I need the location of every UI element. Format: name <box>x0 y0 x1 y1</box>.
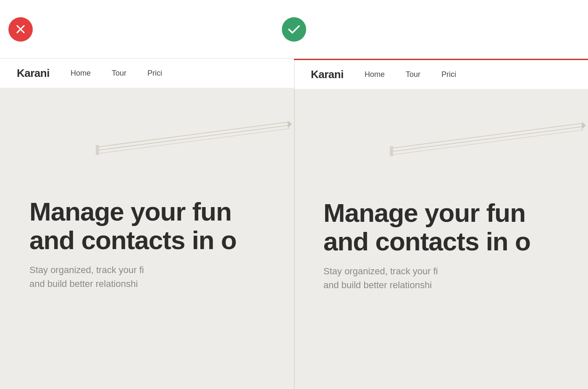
right-hero-title: Manage your funand contacts in o <box>323 199 559 256</box>
checkmark-icon <box>288 25 300 34</box>
svg-line-1 <box>97 125 290 150</box>
left-nav-pricing[interactable]: Prici <box>147 69 162 78</box>
right-nav-home[interactable]: Home <box>365 70 385 79</box>
right-panel-content: Karani Home Tour Prici Manage your funan… <box>294 60 588 389</box>
right-hero-subtitle: Stay organized, track your fiand build b… <box>323 264 559 292</box>
svg-line-6 <box>391 126 584 152</box>
right-navbar: Karani Home Tour Prici <box>294 60 588 89</box>
panel-divider <box>294 59 295 389</box>
right-panel: Karani Home Tour Prici Manage your funan… <box>294 59 588 389</box>
left-hero-title: Manage your funand contacts in o <box>29 197 265 255</box>
svg-rect-9 <box>390 146 393 156</box>
left-panel-content: Karani Home Tour Prici Manage your funan… <box>0 59 294 389</box>
left-nav-tour[interactable]: Tour <box>112 69 126 78</box>
svg-rect-4 <box>96 145 99 155</box>
left-navbar: Karani Home Tour Prici <box>0 59 294 88</box>
svg-line-5 <box>391 123 584 148</box>
right-hero: Manage your funand contacts in o Stay or… <box>294 89 588 389</box>
right-pencil-graphic <box>386 110 588 161</box>
right-nav-tour[interactable]: Tour <box>406 70 420 79</box>
comparison-bar <box>0 0 588 59</box>
left-pencil-graphic <box>92 109 294 160</box>
left-hero: Manage your funand contacts in o Stay or… <box>0 88 294 389</box>
left-brand: Karani <box>17 67 50 80</box>
svg-line-7 <box>391 130 584 155</box>
comparison-area: Karani Home Tour Prici Manage your funan… <box>0 59 588 389</box>
accept-button[interactable] <box>282 17 306 42</box>
svg-line-2 <box>97 129 290 154</box>
svg-line-0 <box>97 122 290 147</box>
left-hero-subtitle: Stay organized, track your fiand build b… <box>29 263 265 291</box>
left-nav-home[interactable]: Home <box>71 69 91 78</box>
right-nav-pricing[interactable]: Prici <box>441 70 456 79</box>
left-panel: Karani Home Tour Prici Manage your funan… <box>0 59 294 389</box>
reject-button[interactable] <box>8 17 33 42</box>
right-brand: Karani <box>311 68 344 81</box>
